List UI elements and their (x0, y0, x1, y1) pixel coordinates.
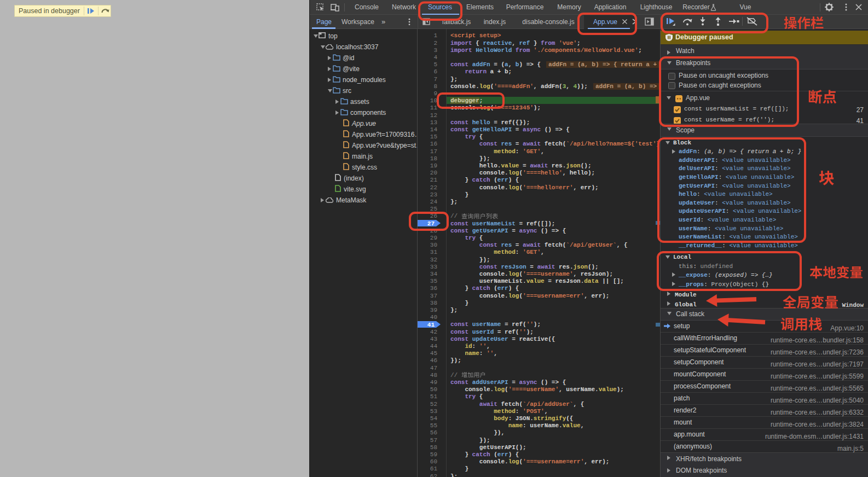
svg-text:27: 27 (427, 220, 435, 227)
svg-text:41: 41 (427, 321, 435, 328)
